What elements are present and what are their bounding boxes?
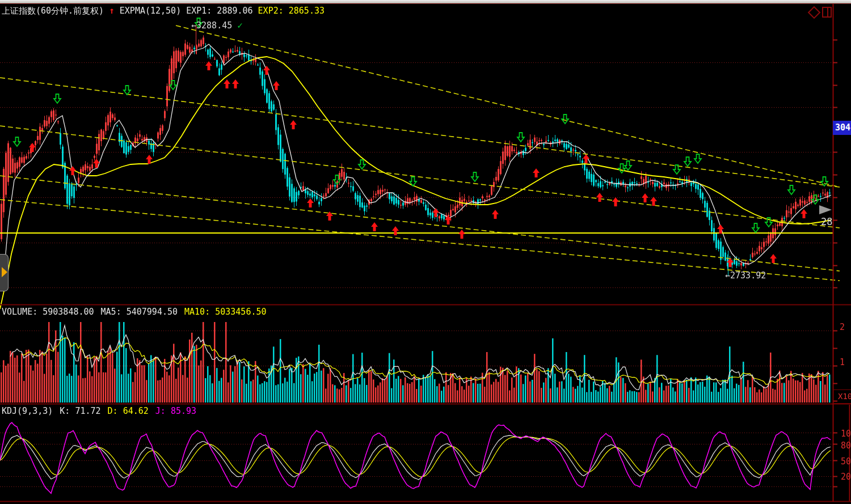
window-title-bar bbox=[0, 0, 851, 4]
expand-arrow-icon bbox=[2, 267, 7, 277]
stock-chart-window: 上证指数(60分钟.前复权) ↑ EXPMA(12,50) EXP1: 2889… bbox=[0, 0, 851, 504]
collapse-handle[interactable] bbox=[0, 254, 9, 291]
split-window-icon[interactable] bbox=[822, 7, 832, 18]
chart-canvas[interactable] bbox=[0, 0, 851, 504]
